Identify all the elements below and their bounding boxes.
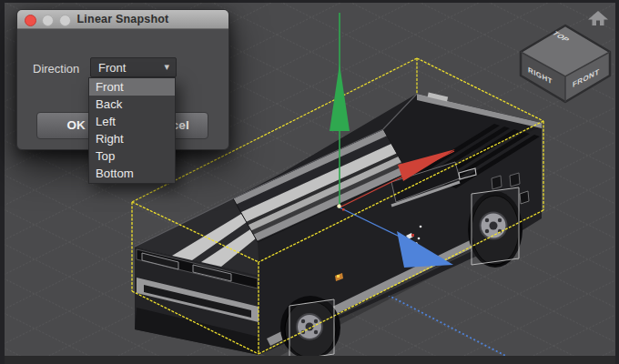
- option-bottom[interactable]: Bottom: [89, 165, 175, 182]
- option-back[interactable]: Back: [89, 96, 175, 113]
- bottom-bar: [5, 356, 615, 364]
- direction-dropdown[interactable]: Front ▾: [90, 57, 177, 77]
- dialog-title: Linear Snapshot: [17, 13, 228, 25]
- option-front[interactable]: Front: [89, 78, 175, 96]
- option-right[interactable]: Right: [89, 130, 175, 147]
- direction-dropdown-list[interactable]: Front Back Left Right Top Bottom: [88, 77, 176, 184]
- dropdown-value: Front: [98, 61, 126, 75]
- gizmo-origin: [337, 204, 340, 207]
- wheel-selection-box-front: [289, 299, 334, 360]
- app-window: TOP RIGHT FRONT Linear Snapshot Directio…: [0, 0, 619, 364]
- option-left[interactable]: Left: [89, 113, 175, 130]
- dropdown-caret-icon: ▾: [164, 61, 169, 73]
- wheel-selection-box-rear: [472, 187, 519, 265]
- option-top[interactable]: Top: [89, 147, 175, 165]
- dialog-titlebar[interactable]: Linear Snapshot: [17, 10, 228, 29]
- direction-label: Direction: [33, 62, 79, 76]
